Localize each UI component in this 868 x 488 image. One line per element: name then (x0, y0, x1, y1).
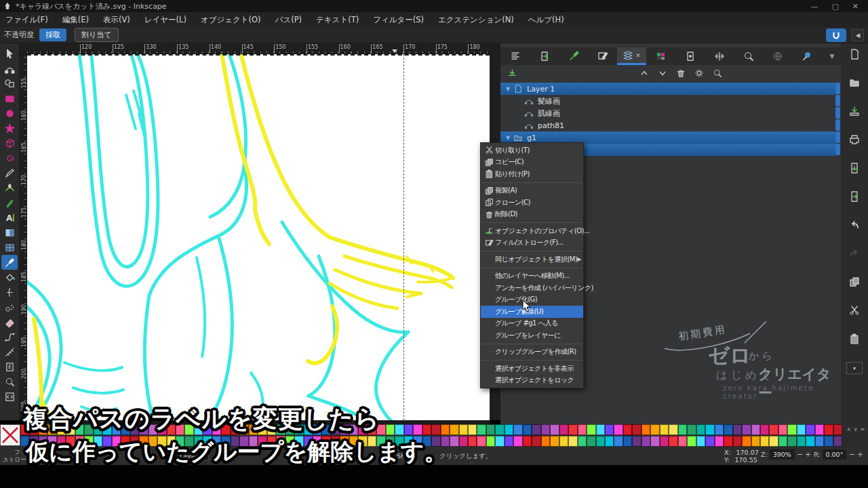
palette-swatch[interactable] (833, 424, 842, 435)
context-menu-item[interactable]: 他のレイヤーへ移動(M)... (481, 270, 583, 283)
xml-editor-tool[interactable] (1, 389, 18, 404)
palette-swatch[interactable] (221, 436, 230, 447)
palette-swatch[interactable] (559, 424, 568, 435)
menu-レイヤー[interactable]: レイヤー(L) (144, 15, 186, 25)
palette-swatch[interactable] (267, 436, 276, 447)
menu-ヘルプ[interactable]: ヘルプ(H) (528, 15, 564, 25)
save-command-button[interactable] (848, 106, 861, 117)
palette-swatch[interactable] (304, 424, 313, 435)
palette-swatch[interactable] (806, 436, 814, 447)
menu-オブジェクト[interactable]: オブジェクト(O) (201, 15, 261, 25)
palette-swatch[interactable] (121, 424, 130, 435)
palette-swatch[interactable] (285, 424, 294, 435)
palette-swatch[interactable] (550, 424, 559, 435)
palette-swatch[interactable] (139, 436, 148, 447)
palette-swatch[interactable] (642, 436, 650, 447)
palette-swatch[interactable] (94, 436, 102, 447)
palette-swatch[interactable] (614, 436, 623, 447)
palette-swatch[interactable] (477, 424, 486, 435)
palette-swatch[interactable] (267, 424, 276, 435)
palette-swatch[interactable] (824, 436, 833, 447)
calligraphy-tool[interactable] (1, 195, 18, 210)
palette-swatch[interactable] (669, 424, 677, 435)
palette-swatch[interactable] (349, 424, 358, 435)
dropper-tool[interactable] (1, 255, 18, 270)
context-menu-item[interactable]: グループ #g1 へ入る (481, 318, 583, 330)
palette-swatch[interactable] (705, 424, 714, 435)
palette-swatch[interactable] (112, 424, 121, 435)
vertical-ruler[interactable]: 155160165170175180185190195200205 (19, 54, 27, 420)
palette-swatch[interactable] (441, 424, 450, 435)
open-command-button[interactable] (848, 77, 861, 88)
context-menu-item[interactable]: グループをレイヤーに (481, 329, 583, 342)
palette-swatch[interactable] (231, 424, 239, 435)
expander-triangle-icon[interactable]: ▼ (506, 135, 513, 141)
palette-swatch[interactable] (276, 424, 285, 435)
tree-row-肌線画[interactable]: 肌線画 (500, 107, 835, 119)
palette-swatch[interactable] (632, 424, 641, 435)
add-item-button[interactable] (507, 68, 517, 81)
palette-swatch[interactable] (596, 424, 605, 435)
context-menu-item[interactable]: 削除(D) (481, 209, 583, 221)
palette-swatch[interactable] (413, 436, 422, 447)
eraser-tool[interactable] (1, 314, 18, 329)
export-command-button[interactable] (848, 191, 861, 202)
palette-menu-button[interactable]: ≡ (861, 426, 865, 432)
palette-swatch[interactable] (450, 436, 458, 447)
palette-swatch[interactable] (358, 424, 367, 435)
palette-swatch[interactable] (532, 424, 540, 435)
palette-swatch[interactable] (285, 436, 294, 447)
palette-swatch[interactable] (733, 436, 742, 447)
context-menu-item[interactable]: 選択オブジェクトをロック (481, 375, 583, 387)
palette-swatch[interactable] (559, 436, 568, 447)
context-menu-item[interactable]: グループ化(G) (481, 294, 583, 306)
palette-swatch[interactable] (121, 436, 130, 447)
palette-swatch[interactable] (605, 424, 614, 435)
palette-swatch[interactable] (176, 424, 184, 435)
palette-swatch[interactable] (321, 424, 330, 435)
palette-swatch[interactable] (239, 436, 248, 447)
palette-swatch[interactable] (614, 424, 623, 435)
expander-triangle-icon[interactable]: ▼ (506, 86, 513, 92)
palette-swatch[interactable] (340, 424, 349, 435)
close-button[interactable]: ✕ (852, 2, 859, 11)
palette-swatch[interactable] (742, 424, 751, 435)
palette-swatch[interactable] (751, 424, 760, 435)
palette-swatch[interactable] (760, 424, 769, 435)
palette-swatch[interactable] (769, 424, 778, 435)
palette-swatch[interactable] (239, 424, 248, 435)
palette-swatch[interactable] (57, 424, 66, 435)
palette-swatch[interactable] (751, 436, 760, 447)
palette-swatch[interactable] (386, 436, 395, 447)
palette-swatch[interactable] (532, 436, 540, 447)
palette-swatch[interactable] (787, 424, 796, 435)
palette-swatch[interactable] (112, 436, 121, 447)
palette-swatch[interactable] (368, 436, 376, 447)
cut-command-button[interactable] (848, 305, 861, 316)
tab-overflow-chevron-icon[interactable]: ▼ (823, 47, 841, 65)
palette-swatch[interactable] (568, 424, 577, 435)
context-menu-item[interactable]: グループ解除(U) (481, 306, 583, 318)
palette-swatch[interactable] (623, 436, 632, 447)
tree-row-Layer 1[interactable]: ▼Layer 1 (500, 83, 835, 95)
mesh-tool[interactable] (1, 240, 18, 255)
palette-swatch[interactable] (523, 424, 532, 435)
palette-swatch[interactable] (184, 424, 193, 435)
palette-swatch[interactable] (687, 436, 696, 447)
new-document-command-button[interactable] (848, 49, 861, 60)
palette-swatch[interactable] (568, 436, 577, 447)
menu-編集[interactable]: 編集(E) (62, 15, 89, 25)
tree-scrollbar-segment[interactable] (835, 119, 840, 131)
context-menu-item[interactable]: 切り取り(T) (481, 144, 583, 157)
box-3d-tool[interactable] (1, 136, 18, 150)
palette-swatch[interactable] (194, 424, 203, 435)
context-menu-item[interactable]: 複製(A) (481, 185, 583, 197)
maximize-button[interactable]: ▢ (831, 2, 838, 11)
palette-swatch[interactable] (294, 436, 303, 447)
rectangle-tool[interactable] (1, 91, 18, 106)
pages-tool[interactable]: E (1, 359, 18, 374)
zoom-minus-button[interactable]: − (797, 450, 803, 459)
palette-swatch[interactable] (29, 424, 38, 435)
palette-swatch[interactable] (797, 436, 806, 447)
palette-swatch[interactable] (431, 424, 440, 435)
